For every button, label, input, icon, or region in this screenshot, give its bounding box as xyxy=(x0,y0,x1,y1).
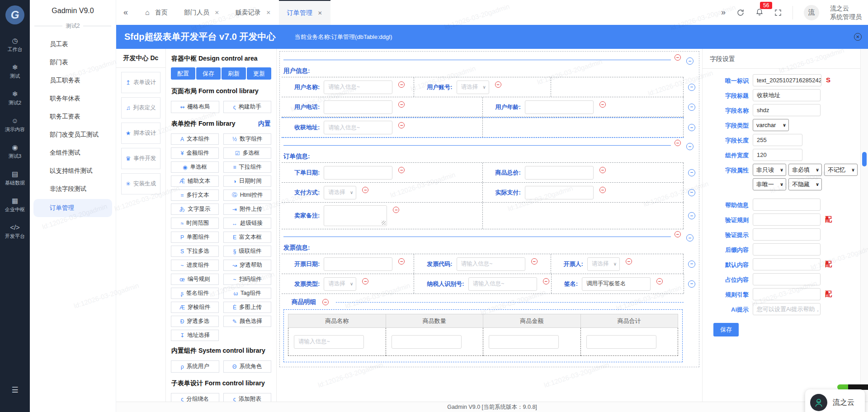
remove-field-icon[interactable]: − xyxy=(362,278,368,284)
remove-row-icon[interactable]: − xyxy=(688,260,695,268)
tab-贩卖记录[interactable]: 贩卖记录✕ xyxy=(227,0,279,25)
layout-item-栅格布局[interactable]: ↭栅格布局 xyxy=(171,101,219,113)
remove-row-icon[interactable]: − xyxy=(688,212,695,219)
component-日期时间[interactable]: ◑日期时间 xyxy=(223,175,271,187)
sidebar-item-订单管理[interactable]: 订单管理 xyxy=(33,199,112,217)
remove-row-icon[interactable]: − xyxy=(688,280,695,288)
collapse-menu-icon[interactable]: ☰ xyxy=(0,385,30,395)
remove-row-icon[interactable]: − xyxy=(688,124,695,131)
field-input[interactable] xyxy=(525,100,594,114)
rail-item-工作台[interactable]: ◷工作台 xyxy=(5,37,25,53)
component-穿透帮助[interactable]: ↝穿透帮助 xyxy=(223,260,271,271)
field-input[interactable]: 请输入信息~ xyxy=(324,121,392,134)
setting-input-Ai提示[interactable]: 您可以设置Ai提示帮助，将 xyxy=(753,303,821,315)
component-级联组件[interactable]: §级联组件 xyxy=(223,246,271,257)
setting-select-非唯一[interactable]: 非唯一∨ xyxy=(753,178,786,190)
rail-item-开发平台[interactable]: </>开发平台 xyxy=(5,224,25,240)
remove-field-icon[interactable]: − xyxy=(495,81,501,88)
refresh-icon[interactable] xyxy=(736,9,745,17)
remove-field-icon[interactable]: − xyxy=(393,207,399,213)
component-编号规则[interactable]: œ编号规则 xyxy=(171,274,219,285)
field-textarea[interactable] xyxy=(324,205,387,226)
remove-row-icon[interactable]: − xyxy=(686,143,693,150)
dev-item-安装生成[interactable]: ✳安装生成 xyxy=(121,173,160,194)
component-下拉多选[interactable]: S下拉多选 xyxy=(171,246,219,257)
tab-订单管理[interactable]: 订单管理✕ xyxy=(279,0,330,25)
setting-input-字段标题[interactable]: 收获地址 xyxy=(753,89,821,101)
action-button-刷新[interactable]: 刷新 xyxy=(222,67,246,80)
tab-close-icon[interactable]: ✕ xyxy=(266,9,271,16)
sidebar-item-全组件测试[interactable]: 全组件测试 xyxy=(30,144,116,162)
sidebar-item-职务工资表[interactable]: 职务工资表 xyxy=(30,108,116,126)
rail-item-演示内容[interactable]: ☺演示内容 xyxy=(5,117,25,133)
remove-field-icon[interactable]: − xyxy=(398,81,405,88)
setting-input-后缀内容[interactable] xyxy=(753,243,821,256)
sidebar-item-部门表[interactable]: 部门表 xyxy=(30,53,116,71)
remove-field-icon[interactable]: − xyxy=(599,101,606,108)
action-button-配置[interactable]: 配置 xyxy=(171,67,195,80)
component-数字组件[interactable]: ½数字组件 xyxy=(223,133,271,145)
remove-row-icon[interactable]: − xyxy=(688,169,695,176)
setting-input-默认内容[interactable] xyxy=(753,258,821,270)
component-多行文本[interactable]: =多行文本 xyxy=(171,189,219,201)
rail-item-测试3[interactable]: ◉测试3 xyxy=(5,144,25,160)
remove-subtable-icon[interactable]: − xyxy=(322,299,329,305)
field-input[interactable] xyxy=(324,166,392,180)
subform-item-添加附表[interactable]: ς添加附表 xyxy=(223,393,272,402)
remove-field-icon[interactable]: − xyxy=(531,258,538,265)
field-input[interactable] xyxy=(525,186,594,199)
chat-widget[interactable]: 流之云 xyxy=(805,389,865,412)
vertical-scrollbar-thumb[interactable] xyxy=(862,152,867,166)
component-多图上传[interactable]: Ė多图上传 xyxy=(223,302,271,313)
table-cell-input[interactable] xyxy=(489,335,559,349)
component-超级链接[interactable]: ↔超级链接 xyxy=(223,218,271,229)
remove-row-icon[interactable]: − xyxy=(688,84,695,91)
setting-input-唯一标识[interactable]: text_20251027162852428 xyxy=(753,74,821,86)
setting-input-占位内容[interactable] xyxy=(753,273,821,285)
sidebar-item-员工职务表[interactable]: 员工职务表 xyxy=(30,71,116,90)
user-avatar[interactable]: 流 xyxy=(804,5,819,20)
sidebar-item-员工表[interactable]: 员工表 xyxy=(30,35,116,53)
remove-field-icon[interactable]: − xyxy=(626,258,632,265)
component-下拉组件[interactable]: ≡下拉组件 xyxy=(223,161,271,173)
dev-item-事件开发[interactable]: ♛事件开发 xyxy=(121,148,160,169)
component-文字显示[interactable]: あ文字显示 xyxy=(171,204,219,215)
tab-close-icon[interactable]: ✕ xyxy=(215,9,219,16)
save-button[interactable]: 保存 xyxy=(713,323,739,336)
layout-item-构建助手[interactable]: ς构建助手 xyxy=(223,101,272,113)
setting-select-字段类型[interactable]: varchar∨ xyxy=(753,119,789,131)
sidebar-item-职务年休表[interactable]: 职务年休表 xyxy=(30,90,116,108)
component-富文本框[interactable]: E富文本框 xyxy=(223,232,271,243)
setting-input-规则引擎[interactable] xyxy=(753,288,821,300)
component-穿透多选[interactable]: Đ穿透多选 xyxy=(171,316,219,327)
setting-input-验证提示[interactable] xyxy=(753,228,821,241)
component-单图组件[interactable]: P单图组件 xyxy=(171,232,219,243)
remove-divider-icon[interactable]: − xyxy=(675,140,681,146)
sidebar-item-非法字段测试[interactable]: 非法字段测试 xyxy=(30,180,116,198)
field-select[interactable]: 请选择∨ xyxy=(324,186,356,199)
component-Tag组件[interactable]: ωTag组件 xyxy=(223,288,271,299)
action-button-保存[interactable]: 保存 xyxy=(196,67,221,80)
rail-item-测试[interactable]: ❄测试 xyxy=(5,64,25,80)
tab-部门人员[interactable]: 部门人员✕ xyxy=(176,0,227,25)
remove-field-icon[interactable]: − xyxy=(398,258,405,265)
field-select[interactable]: 请选择∨ xyxy=(457,81,489,94)
component-进度组件[interactable]: ~进度组件 xyxy=(171,260,219,271)
setting-config-badge[interactable]: 配 xyxy=(825,258,832,269)
remove-field-icon[interactable]: − xyxy=(599,187,606,193)
remove-field-icon[interactable]: − xyxy=(599,167,606,173)
rail-item-基础数据[interactable]: ▤基础数据 xyxy=(5,170,25,186)
dev-item-脚本设计[interactable]: ★脚本设计 xyxy=(121,123,160,144)
rail-item-企业中枢[interactable]: ▦企业中枢 xyxy=(5,197,25,213)
component-穿梭组件[interactable]: Æ穿梭组件 xyxy=(171,302,219,313)
tabs-collapse-icon[interactable]: « xyxy=(123,8,128,17)
dev-item-列表定义[interactable]: ♫列表定义 xyxy=(121,97,160,118)
setting-select-非只读[interactable]: 非只读∨ xyxy=(753,164,786,176)
setting-select-非必填[interactable]: 非必填∨ xyxy=(788,164,822,176)
component-签名组件[interactable]: ʂ签名组件 xyxy=(171,288,219,299)
setting-input-帮助信息[interactable] xyxy=(753,199,821,211)
field-input[interactable]: 调用手写板签名 xyxy=(582,277,651,291)
tabs-expand-icon[interactable]: » xyxy=(721,8,726,17)
notification-bell-icon[interactable]: 56 xyxy=(755,7,764,18)
component-颜色选择[interactable]: ✎颜色选择 xyxy=(223,316,271,327)
